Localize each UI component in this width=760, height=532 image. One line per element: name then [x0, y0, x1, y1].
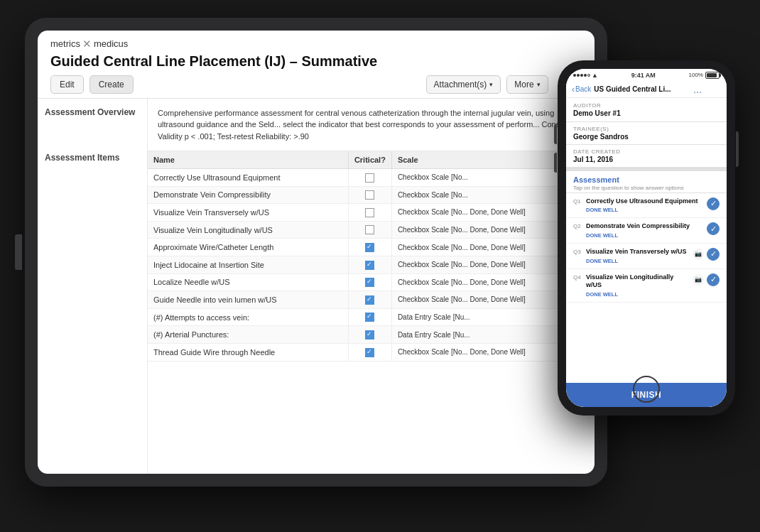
question-item[interactable]: Q2Demonstrate Vein CompressibilityDONE W…: [566, 218, 727, 244]
back-label: Back: [575, 85, 591, 93]
critical-checkbox[interactable]: [365, 173, 374, 183]
row-critical: [348, 186, 391, 204]
overview-text: Comprehensive performance assessment for…: [148, 99, 595, 152]
date-section: DATE CREATED Jul 11, 2016: [566, 145, 727, 171]
camera-icon[interactable]: 📷: [693, 249, 704, 260]
critical-checkbox[interactable]: [365, 243, 374, 252]
critical-checkbox[interactable]: [365, 190, 374, 200]
sidebar: Assessment Overview Assessment Items: [38, 99, 148, 474]
table-row: Visualize Vein Longitudinally w/USCheckb…: [148, 221, 595, 239]
questions-list: Q1Correctly Use Ultrasound EquipmentDONE…: [566, 193, 727, 383]
row-name: Visualize Vein Transversely w/US: [148, 204, 348, 222]
table-row: Thread Guide Wire through NeedleCheckbox…: [148, 343, 595, 361]
critical-checkbox[interactable]: [365, 348, 374, 357]
logo-separator: ✕: [82, 38, 92, 50]
phone: ▲ 9:41 AM 100% ‹ Back US Guided Central: [558, 60, 735, 416]
signal-dot-1: [573, 74, 576, 77]
question-status: DONE WELL: [586, 232, 704, 239]
row-critical: [348, 326, 391, 344]
camera-icon[interactable]: 📷: [693, 274, 704, 286]
row-critical: [348, 256, 391, 273]
question-text: Correctly Use Ultrasound Equipment: [586, 197, 704, 206]
question-icons: 📷✓: [693, 273, 720, 286]
critical-checkbox[interactable]: [365, 313, 374, 322]
question-text: Visualize Vein Longitudinally w/US: [586, 273, 690, 290]
col-header-name: Name: [148, 151, 348, 169]
assessment-subtitle-phone: Tap on the question to show answer optio…: [573, 185, 720, 191]
critical-checkbox[interactable]: [365, 208, 374, 217]
battery-icon: [705, 72, 720, 79]
question-body: Demonstrate Vein CompressibilityDONE WEL…: [586, 222, 704, 239]
status-time: 9:41 AM: [631, 72, 656, 79]
assessment-header: Assessment Tap on the question to show a…: [566, 171, 727, 193]
auditor-value: Demo User #1: [573, 109, 720, 117]
back-button[interactable]: ‹ Back: [572, 85, 591, 94]
question-body: Visualize Vein Transversely w/USDONE WEL…: [586, 248, 690, 264]
phone-content: AUDITOR Demo User #1 TRAINEE(S) George S…: [566, 98, 727, 407]
more-caret-icon: ▾: [537, 81, 541, 88]
phone-vol-up-button: [554, 124, 557, 144]
tablet-header: metrics ✕ medicus Guided Central Line Pl…: [38, 31, 595, 99]
attachments-button[interactable]: Attachment(s) ▾: [426, 75, 501, 94]
row-name: Guide Needle into vein lumen w/US: [148, 291, 348, 309]
tablet-logo: metrics ✕ medicus: [50, 38, 582, 50]
create-button[interactable]: Create: [89, 75, 134, 94]
signal-dot-5: [587, 74, 590, 77]
edit-button[interactable]: Edit: [50, 75, 84, 94]
row-critical: [348, 221, 391, 239]
table-row: Guide Needle into vein lumen w/USCheckbo…: [148, 291, 595, 309]
question-check-icon[interactable]: ✓: [707, 273, 720, 286]
question-icons: 📷✓: [693, 248, 720, 261]
question-number: Q4: [573, 273, 583, 281]
row-name: Correctly Use Ultrasound Equipment: [148, 169, 348, 187]
wifi-icon: ▲: [592, 72, 598, 79]
question-status: DONE WELL: [586, 207, 704, 213]
question-item[interactable]: Q3Visualize Vein Transversely w/USDONE W…: [566, 244, 727, 269]
row-critical: [348, 343, 391, 361]
row-name: Demonstrate Vein Compressibility: [148, 186, 348, 204]
question-check-icon[interactable]: ✓: [707, 197, 720, 210]
table-row: Localize Needle w/USCheckbox Scale [No..…: [148, 273, 595, 291]
critical-checkbox[interactable]: [365, 278, 374, 287]
row-critical: [348, 308, 391, 326]
row-critical: [348, 239, 391, 256]
row-name: Localize Needle w/US: [148, 273, 348, 291]
critical-checkbox[interactable]: [365, 225, 374, 234]
signal-dot-2: [577, 74, 580, 77]
question-check-icon[interactable]: ✓: [707, 222, 720, 235]
phone-nav-title: US Guided Central Li...: [594, 85, 693, 93]
phone-screen: ▲ 9:41 AM 100% ‹ Back US Guided Central: [566, 69, 727, 407]
row-critical: [348, 204, 391, 222]
table-row: (#) Arterial Punctures:Data Entry Scale …: [148, 326, 595, 344]
critical-checkbox[interactable]: [365, 330, 374, 340]
question-item[interactable]: Q4Visualize Vein Longitudinally w/USDONE…: [566, 269, 727, 303]
date-value: Jul 11, 2016: [573, 156, 720, 163]
auditor-section: AUDITOR Demo User #1: [566, 98, 727, 122]
table-row: (#) Attempts to access vein:Data Entry S…: [148, 308, 595, 326]
attachments-caret-icon: ▾: [489, 81, 493, 88]
more-dots-icon[interactable]: ...: [693, 84, 702, 95]
signal-dots: [573, 74, 590, 77]
question-body: Visualize Vein Longitudinally w/USDONE W…: [586, 273, 690, 298]
question-status: DONE WELL: [586, 291, 690, 298]
row-name: Visualize Vein Longitudinally w/US: [148, 221, 348, 239]
question-number: Q2: [573, 222, 583, 229]
battery-area: 100%: [689, 72, 720, 79]
sidebar-overview-label: Assessment Overview: [45, 107, 140, 117]
assessment-title-phone: Assessment: [573, 175, 720, 184]
question-item[interactable]: Q1Correctly Use Ultrasound EquipmentDONE…: [566, 193, 727, 219]
critical-checkbox[interactable]: [365, 295, 374, 305]
phone-nav-bar: ‹ Back US Guided Central Li... ...: [566, 82, 727, 98]
question-body: Correctly Use Ultrasound EquipmentDONE W…: [586, 197, 704, 214]
more-button[interactable]: More ▾: [506, 75, 548, 94]
table-row: Correctly Use Ultrasound EquipmentCheckb…: [148, 169, 595, 187]
phone-home-button[interactable]: [633, 376, 660, 403]
toolbar: Edit Create Attachment(s) ▾ More ▾ 2 / 8: [50, 75, 582, 94]
row-critical: [348, 273, 391, 291]
signal-dot-4: [584, 74, 587, 77]
critical-checkbox[interactable]: [365, 261, 374, 270]
question-check-icon[interactable]: ✓: [707, 248, 720, 261]
question-icons: ✓: [707, 222, 720, 235]
trainee-value: George Sandros: [573, 133, 720, 141]
logo-medicus: medicus: [94, 38, 128, 49]
